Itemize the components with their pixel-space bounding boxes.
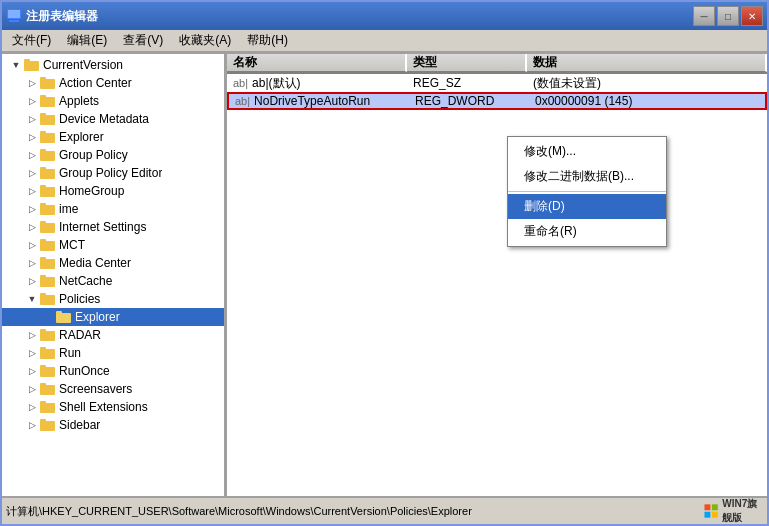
folder-icon-group-policy [40, 148, 56, 162]
toggle-group-policy[interactable]: ▷ [24, 147, 40, 163]
svg-rect-3 [24, 61, 39, 71]
menu-view[interactable]: 查看(V) [115, 30, 171, 51]
ctx-delete[interactable]: 删除(D) [508, 194, 666, 219]
svg-rect-39 [40, 385, 55, 395]
svg-rect-26 [40, 257, 46, 260]
svg-rect-46 [712, 504, 718, 510]
menu-file[interactable]: 文件(F) [4, 30, 59, 51]
folder-icon-explorer-sub [56, 310, 72, 324]
tree-item-screensavers[interactable]: ▷ Screensavers [2, 380, 224, 398]
tree-item-device-metadata[interactable]: ▷ Device Metadata [2, 110, 224, 128]
tree-item-sidebar[interactable]: ▷ Sidebar [2, 416, 224, 434]
svg-rect-27 [40, 277, 55, 287]
toggle-group-policy-editor[interactable]: ▷ [24, 165, 40, 181]
folder-icon-currentversion [24, 58, 40, 72]
col-header-type[interactable]: 类型 [407, 54, 527, 72]
close-button[interactable]: ✕ [741, 6, 763, 26]
tree-item-mct[interactable]: ▷ MCT [2, 236, 224, 254]
windows-flag-icon [703, 500, 719, 522]
folder-icon-netcache [40, 274, 56, 288]
tree-item-runonce[interactable]: ▷ RunOnce [2, 362, 224, 380]
svg-rect-22 [40, 221, 46, 224]
svg-rect-9 [40, 115, 55, 125]
tree-item-group-policy[interactable]: ▷ Group Policy [2, 146, 224, 164]
svg-rect-47 [704, 512, 710, 518]
tree-item-applets[interactable]: ▷ Applets [2, 92, 224, 110]
folder-icon-mct [40, 238, 56, 252]
tree-label-currentversion: CurrentVersion [43, 58, 123, 72]
menu-favorites[interactable]: 收藏夹(A) [171, 30, 239, 51]
svg-rect-5 [40, 79, 55, 89]
toggle-netcache[interactable]: ▷ [24, 273, 40, 289]
toggle-explorer[interactable]: ▷ [24, 129, 40, 145]
toggle-run[interactable]: ▷ [24, 345, 40, 361]
svg-rect-43 [40, 421, 55, 431]
tree-item-currentversion[interactable]: ▼ CurrentVersion [2, 56, 224, 74]
toggle-homegroup[interactable]: ▷ [24, 183, 40, 199]
menu-help[interactable]: 帮助(H) [239, 30, 296, 51]
content-area: ▼ CurrentVersion ▷ Action Center ▷ [2, 52, 767, 496]
toggle-policies[interactable]: ▼ [24, 291, 40, 307]
tree-label-applets: Applets [59, 94, 99, 108]
svg-rect-45 [704, 504, 710, 510]
tree-item-radar[interactable]: ▷ RADAR [2, 326, 224, 344]
toggle-currentversion[interactable]: ▼ [8, 57, 24, 73]
toggle-internet-settings[interactable]: ▷ [24, 219, 40, 235]
tree-label-netcache: NetCache [59, 274, 112, 288]
folder-icon-radar [40, 328, 56, 342]
ctx-modify[interactable]: 修改(M)... [508, 139, 666, 164]
svg-rect-2 [9, 20, 19, 22]
toggle-device-metadata[interactable]: ▷ [24, 111, 40, 127]
tree-item-explorer[interactable]: ▷ Explorer [2, 128, 224, 146]
toggle-mct[interactable]: ▷ [24, 237, 40, 253]
tree-item-action-center[interactable]: ▷ Action Center [2, 74, 224, 92]
tree-item-media-center[interactable]: ▷ Media Center [2, 254, 224, 272]
svg-rect-23 [40, 241, 55, 251]
toggle-action-center[interactable]: ▷ [24, 75, 40, 91]
tree-item-homegroup[interactable]: ▷ HomeGroup [2, 182, 224, 200]
svg-rect-16 [40, 167, 46, 170]
folder-icon-screensavers [40, 382, 56, 396]
tree-item-shell-extensions[interactable]: ▷ Shell Extensions [2, 398, 224, 416]
tree-item-explorer-sub[interactable]: Explorer [2, 308, 224, 326]
toggle-ime[interactable]: ▷ [24, 201, 40, 217]
toggle-shell-extensions[interactable]: ▷ [24, 399, 40, 415]
toggle-media-center[interactable]: ▷ [24, 255, 40, 271]
tree-label-mct: MCT [59, 238, 85, 252]
folder-icon-device-metadata [40, 112, 56, 126]
table-row-selected[interactable]: ab| NoDriveTypeAutoRun REG_DWORD 0x00000… [227, 92, 767, 110]
minimize-button[interactable]: ─ [693, 6, 715, 26]
tree-label-device-metadata: Device Metadata [59, 112, 149, 126]
window-controls: ─ □ ✕ [693, 6, 763, 26]
right-panel: 名称 类型 数据 ab| ab|(默认) REG_SZ (数值未设置) [227, 54, 767, 496]
svg-rect-42 [40, 401, 46, 404]
svg-rect-35 [40, 349, 55, 359]
col-header-data[interactable]: 数据 [527, 54, 767, 72]
menu-edit[interactable]: 编辑(E) [59, 30, 115, 51]
folder-icon-ime [40, 202, 56, 216]
tree-item-netcache[interactable]: ▷ NetCache [2, 272, 224, 290]
tree-item-group-policy-editor[interactable]: ▷ Group Policy Editor [2, 164, 224, 182]
toggle-screensavers[interactable]: ▷ [24, 381, 40, 397]
tree-item-internet-settings[interactable]: ▷ Internet Settings [2, 218, 224, 236]
menubar: 文件(F) 编辑(E) 查看(V) 收藏夹(A) 帮助(H) [2, 30, 767, 52]
svg-rect-4 [24, 59, 30, 62]
maximize-button[interactable]: □ [717, 6, 739, 26]
svg-rect-7 [40, 97, 55, 107]
folder-icon-sidebar [40, 418, 56, 432]
folder-icon-runonce [40, 364, 56, 378]
toggle-applets[interactable]: ▷ [24, 93, 40, 109]
col-header-name[interactable]: 名称 [227, 54, 407, 72]
tree-label-shell-extensions: Shell Extensions [59, 400, 148, 414]
toggle-runonce[interactable]: ▷ [24, 363, 40, 379]
tree-item-policies[interactable]: ▼ Policies [2, 290, 224, 308]
ctx-rename[interactable]: 重命名(R) [508, 219, 666, 244]
ctx-modify-bin[interactable]: 修改二进制数据(B)... [508, 164, 666, 189]
tree-label-runonce: RunOnce [59, 364, 110, 378]
tree-item-ime[interactable]: ▷ ime [2, 200, 224, 218]
tree-item-run[interactable]: ▷ Run [2, 344, 224, 362]
toggle-sidebar[interactable]: ▷ [24, 417, 40, 433]
folder-icon-run [40, 346, 56, 360]
toggle-radar[interactable]: ▷ [24, 327, 40, 343]
table-row[interactable]: ab| ab|(默认) REG_SZ (数值未设置) [227, 74, 767, 92]
